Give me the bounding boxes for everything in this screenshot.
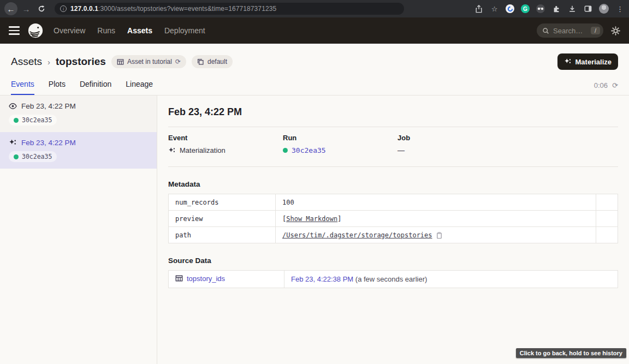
menu-hamburger-icon[interactable] (9, 26, 20, 35)
badge-reload-icon[interactable]: ⟳ (175, 58, 181, 65)
gear-icon[interactable] (611, 26, 620, 35)
download-icon[interactable] (567, 4, 577, 14)
table-row: preview [Show Markdown] (169, 211, 618, 227)
job-value: — (397, 146, 405, 154)
group-default-badge[interactable]: default (192, 55, 233, 68)
bookmark-star-icon[interactable]: ☆ (490, 4, 499, 14)
event-type-value: Materialization (180, 146, 226, 154)
site-info-icon[interactable]: i (60, 5, 67, 12)
address-bar[interactable]: i 127.0.0.1:3000/assets/topstories?view=… (55, 3, 404, 15)
event-list-item-materialization[interactable]: Feb 23, 4:22 PM 30c2ea35 (0, 132, 157, 169)
nav-item-runs[interactable]: Runs (97, 26, 115, 35)
refresh-timer[interactable]: 0:06 ⟳ (594, 81, 618, 95)
run-status-dot (283, 148, 288, 153)
browser-reload-button[interactable] (35, 2, 48, 15)
materialize-label: Materialize (575, 58, 612, 66)
event-list: Feb 23, 4:22 PM 30c2ea35 Feb 23, 4:22 PM… (0, 96, 157, 364)
source-data-section-title: Source Data (168, 256, 618, 265)
metadata-key: preview (169, 211, 276, 227)
breadcrumb: Assets › topstories (11, 56, 106, 68)
search-icon (542, 27, 549, 34)
metadata-key: path (169, 227, 276, 243)
extension-icon-goggles[interactable] (536, 4, 545, 13)
asset-table-icon (117, 58, 124, 65)
extension-icon-blue[interactable] (506, 4, 514, 13)
run-status-dot (14, 118, 19, 123)
url-text: 127.0.0.1:3000/assets/topstories?view=ev… (70, 5, 276, 13)
asset-table-icon (175, 275, 183, 282)
table-row: topstory_ids Feb 23, 4:22:38 PM (a few s… (169, 271, 618, 288)
asset-tabs: Events Plots Definition Lineage 0:06 ⟳ (0, 70, 629, 96)
dagster-logo (27, 22, 44, 39)
source-time-link[interactable]: Feb 23, 4:22:38 PM (291, 275, 353, 283)
bracket: ] (337, 215, 341, 223)
job-column-label: Job (397, 134, 512, 142)
tab-lineage[interactable]: Lineage (126, 80, 153, 95)
extensions-puzzle-icon[interactable] (551, 4, 561, 14)
nav-item-deployment[interactable]: Deployment (164, 26, 205, 35)
event-list-item-observation[interactable]: Feb 23, 4:22 PM 30c2ea35 (0, 96, 157, 132)
run-id-pill[interactable]: 30c2ea35 (9, 115, 57, 126)
side-panel-icon[interactable] (583, 4, 592, 14)
eye-icon (9, 102, 17, 110)
materialization-sparkle-icon (168, 147, 176, 154)
app-navbar: Overview Runs Assets Deployment Search… … (0, 17, 629, 44)
metadata-key: num_records (169, 194, 276, 211)
search-placeholder: Search… (553, 27, 587, 35)
metadata-table: num_records 100 preview [Show Markdown] … (168, 194, 618, 243)
extension-icon-grammarly[interactable]: G (521, 4, 530, 13)
show-markdown-link[interactable]: Show Markdown (286, 215, 337, 223)
run-id: 30c2ea35 (22, 153, 52, 160)
tab-definition[interactable]: Definition (80, 80, 111, 95)
path-link[interactable]: /Users/tim/.dagster/storage/topstories (282, 231, 432, 239)
browser-menu-icon[interactable]: ⋮ (615, 4, 625, 14)
search-shortcut-badge: / (591, 27, 600, 34)
source-data-table: topstory_ids Feb 23, 4:22:38 PM (a few s… (168, 270, 618, 288)
metadata-value: 100 (276, 194, 596, 211)
breadcrumb-assets-link[interactable]: Assets (11, 56, 42, 68)
event-time: Feb 23, 4:22 PM (21, 102, 76, 110)
event-detail-title: Feb 23, 4:22 PM (168, 106, 618, 118)
asset-header: Assets › topstories Asset in tutorial ⟳ … (0, 44, 629, 70)
run-column-label: Run (283, 134, 397, 142)
materialize-sparkle-icon (564, 58, 572, 65)
copy-clipboard-icon[interactable] (436, 231, 443, 239)
asset-group-badge[interactable]: Asset in tutorial ⟳ (111, 55, 186, 68)
run-id-link[interactable]: 30c2ea35 (292, 146, 326, 154)
metadata-value: /Users/tim/.dagster/storage/topstories (276, 227, 596, 243)
source-time-note: (a few seconds earlier) (355, 275, 428, 283)
materialize-button[interactable]: Materialize (557, 53, 618, 70)
table-row: num_records 100 (169, 194, 618, 211)
tab-plots[interactable]: Plots (49, 80, 66, 95)
run-id: 30c2ea35 (22, 116, 52, 124)
browser-toolbar: ← → i 127.0.0.1:3000/assets/topstories?v… (0, 0, 629, 17)
share-icon[interactable] (474, 4, 483, 14)
run-id-pill[interactable]: 30c2ea35 (9, 151, 57, 162)
metadata-section-title: Metadata (168, 180, 618, 188)
nav-item-overview[interactable]: Overview (54, 26, 85, 35)
browser-back-button[interactable]: ← (4, 2, 17, 15)
event-detail-panel: Feb 23, 4:22 PM Event Materialization Ru… (157, 96, 629, 364)
metadata-value: [Show Markdown] (276, 211, 596, 227)
browser-forward-button[interactable]: → (20, 2, 33, 15)
copy-stack-icon (197, 58, 204, 65)
back-button-tooltip: Click to go back, hold to see history (516, 348, 626, 358)
asset-group-label: Asset in tutorial (127, 58, 172, 65)
breadcrumb-asset-name: topstories (56, 56, 106, 68)
browser-profile-avatar[interactable] (599, 4, 609, 14)
run-status-dot (14, 154, 19, 159)
table-row: path /Users/tim/.dagster/storage/topstor… (169, 227, 618, 243)
event-time: Feb 23, 4:22 PM (21, 139, 76, 147)
reload-icon (38, 5, 45, 13)
search-input[interactable]: Search… / (537, 23, 603, 38)
tab-events[interactable]: Events (11, 80, 34, 95)
nav-item-assets[interactable]: Assets (127, 26, 152, 35)
materialization-sparkle-icon (9, 139, 17, 147)
refresh-countdown: 0:06 (594, 81, 608, 89)
event-column-label: Event (168, 134, 283, 142)
group-default-label: default (207, 58, 227, 65)
refresh-icon[interactable]: ⟳ (612, 81, 618, 89)
breadcrumb-separator: › (48, 57, 50, 67)
source-asset-link[interactable]: topstory_ids (187, 275, 225, 283)
